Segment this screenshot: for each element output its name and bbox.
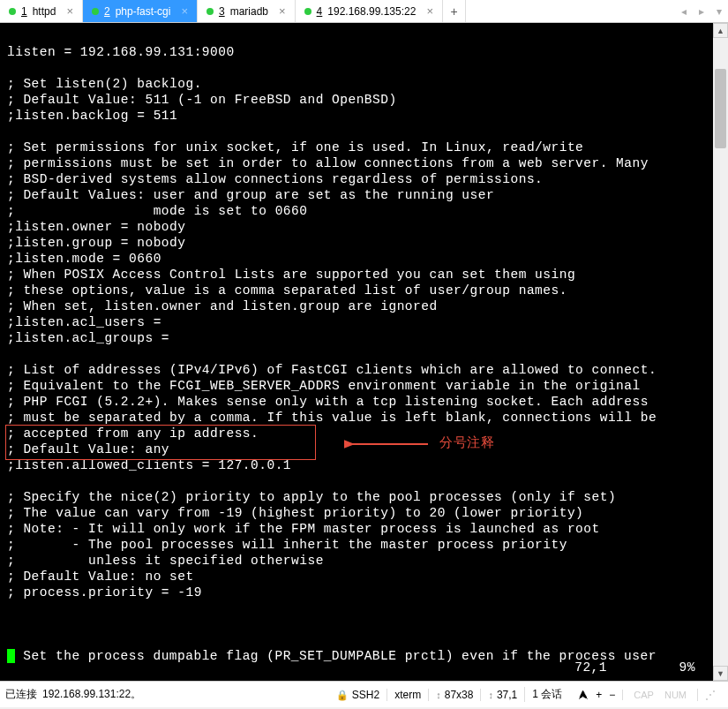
tab-prev-icon[interactable]: ◂ [675,5,693,18]
terminal-line: ; Specify the nice(2) priority to apply … [7,490,616,504]
scroll-up-icon[interactable]: ▲ [713,23,728,38]
terminal-container: listen = 192.168.99.131:9000 ; Set liste… [0,23,728,681]
terminal-line: ; - The pool processes will inherit the … [7,538,567,552]
terminal-line: ; process.priority = -19 [7,585,202,600]
tab-bar: 1 httpd × 2 php-fast-cgi × 3 mariadb × 4… [0,0,728,23]
tab-label: 192.168.99.135:22 [327,5,416,18]
status-dot-icon [206,8,214,15]
tab-navigation: ◂ ▸ ▾ [675,0,728,22]
vertical-scrollbar[interactable]: ▲ ▼ [713,23,728,681]
terminal-line: ; unless it specified otherwise [7,554,324,568]
terminal-type: xterm [394,689,421,701]
terminal-line: ;listen.acl_users = [7,315,161,329]
terminal-line: ; Equivalent to the FCGI_WEB_SERVER_ADDR… [7,379,641,393]
terminal-line: ;listen.group = nobody [7,236,185,250]
terminal-line: ; Default Values: user and group are set… [7,188,494,202]
annotation-label: 分号注释 [439,434,494,450]
terminal-line: ; must be separated by a comma. If this … [7,411,657,425]
status-dot-icon [304,8,311,15]
terminal-line: ; these options, value is a comma separa… [7,283,567,298]
close-icon[interactable]: × [181,4,188,18]
vim-cursor-position: 72,1 [574,660,607,675]
tab-mariadb[interactable]: 3 mariadb × [198,0,296,22]
tab-number: 3 [219,5,225,18]
terminal-line: ; Note: - It will only work if the FPM m… [7,522,600,536]
terminal-line: ; PHP FCGI (5.2.2+). Makes sense only wi… [7,395,649,409]
tab-label: php-fast-cgi [116,5,171,18]
tab-label: httpd [33,5,56,18]
arrow-icon [344,434,432,456]
status-dot-icon [92,8,99,15]
terminal-line: Set the process dumpable flag (PR_SET_DU… [15,649,657,663]
terminal-line: ; Set listen(2) backlog. [7,77,202,91]
size-icon [436,689,441,701]
terminal-line: listen = 192.168.99.131:9000 [7,45,235,59]
terminal-line: ;listen.mode = 0660 [7,252,161,266]
session-menu-icon[interactable]: ⮝ [578,689,589,701]
new-tab-button[interactable]: + [443,0,466,22]
tab-number: 2 [104,5,110,18]
terminal-line: ; When set, listen.owner and listen.grou… [7,299,438,313]
tab-number: 4 [317,5,323,18]
terminal-line: ; Default Value: no set [7,569,194,584]
close-icon[interactable]: × [426,4,433,18]
scrollbar-track[interactable] [713,38,728,666]
terminal-line: ; BSD-derived systems allow connections … [7,172,543,186]
close-icon[interactable]: × [66,4,73,18]
capslock-indicator: CAP [630,690,657,700]
status-dot-icon [9,8,16,15]
lock-icon [336,689,349,701]
terminal[interactable]: listen = 192.168.99.131:9000 ; Set liste… [0,23,713,681]
click-position: 37,1 [497,689,517,701]
terminal-line: ;listen.allowed_clients = 127.0.0.1 [7,458,291,472]
terminal-line: ; List of addresses (IPv4/IPv6) of FastC… [7,363,657,377]
terminal-line: ; Default Value: any [7,442,169,456]
numlock-indicator: NUM [661,690,690,700]
tab-remote-host[interactable]: 4 192.168.99.135:22 × [296,0,443,22]
terminal-line: ;listen.owner = nobody [7,220,185,234]
tab-next-icon[interactable]: ▸ [693,5,710,18]
session-remove-icon[interactable]: − [609,689,615,701]
tab-label: mariadb [230,5,268,18]
cursor-icon [7,649,15,663]
close-icon[interactable]: × [279,4,286,18]
terminal-line: ;listen.acl_groups = [7,331,169,345]
terminal-line: ;listen.backlog = 511 [7,109,177,123]
tab-php-fast-cgi[interactable]: 2 php-fast-cgi × [83,0,198,22]
scroll-down-icon[interactable]: ▼ [713,666,728,681]
scrollbar-thumb[interactable] [715,69,726,148]
protocol-label: SSH2 [352,689,379,701]
terminal-line: ; Set permissions for unix socket, if on… [7,140,583,155]
terminal-line: ; mode is set to 0660 [7,204,307,218]
terminal-line: ; The value can vary from -19 (highest p… [7,506,583,520]
terminal-line: ; When POSIX Access Control Lists are su… [7,268,575,282]
resize-grip-icon[interactable]: ⋰ [705,689,716,701]
terminal-size: 87x38 [445,689,474,701]
tab-number: 1 [21,5,27,18]
session-add-icon[interactable]: + [596,689,602,701]
status-bar: 已连接 192.168.99.131:22。 SSH2 xterm 87x38 … [0,681,728,707]
tab-httpd[interactable]: 1 httpd × [0,0,83,22]
terminal-line: ; accepted from any ip address. [7,426,259,441]
terminal-line: ; permissions must be set in order to al… [7,156,649,170]
click-icon [488,689,493,701]
session-count: 1 会话 [532,687,562,702]
terminal-line: ; Default Value: 511 (-1 on FreeBSD and … [7,93,397,107]
connection-host: 192.168.99.131:22。 [42,687,141,702]
tab-menu-icon[interactable]: ▾ [710,5,728,18]
vim-scroll-percent: 9% [679,660,695,675]
